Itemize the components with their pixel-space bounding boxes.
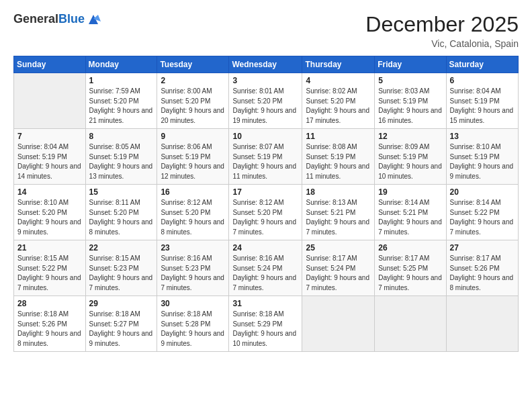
day-info: Sunrise: 8:17 AMSunset: 5:26 PMDaylight:… <box>450 254 515 293</box>
day-number: 17 <box>232 187 298 197</box>
day-header: Thursday <box>302 56 375 73</box>
day-cell: 8Sunrise: 8:05 AMSunset: 5:19 PMDaylight… <box>85 129 157 185</box>
day-cell: 30Sunrise: 8:18 AMSunset: 5:28 PMDayligh… <box>157 296 229 352</box>
day-cell: 31Sunrise: 8:18 AMSunset: 5:29 PMDayligh… <box>229 296 302 352</box>
day-number: 19 <box>378 187 442 197</box>
week-row: 28Sunrise: 8:18 AMSunset: 5:26 PMDayligh… <box>14 296 519 352</box>
day-cell: 28Sunrise: 8:18 AMSunset: 5:26 PMDayligh… <box>14 296 86 352</box>
day-info: Sunrise: 8:08 AMSunset: 5:19 PMDaylight:… <box>306 142 371 181</box>
day-cell: 2Sunrise: 8:00 AMSunset: 5:20 PMDaylight… <box>157 73 229 129</box>
day-info: Sunrise: 8:07 AMSunset: 5:19 PMDaylight:… <box>232 142 298 181</box>
day-info: Sunrise: 8:15 AMSunset: 5:22 PMDaylight:… <box>17 254 82 293</box>
day-cell: 13Sunrise: 8:10 AMSunset: 5:19 PMDayligh… <box>446 129 518 185</box>
day-number: 6 <box>450 76 515 85</box>
day-info: Sunrise: 8:10 AMSunset: 5:19 PMDaylight:… <box>450 142 515 181</box>
day-info: Sunrise: 8:13 AMSunset: 5:21 PMDaylight:… <box>306 198 371 237</box>
day-cell: 15Sunrise: 8:11 AMSunset: 5:20 PMDayligh… <box>85 185 157 240</box>
week-row: 21Sunrise: 8:15 AMSunset: 5:22 PMDayligh… <box>14 240 519 296</box>
day-number: 28 <box>17 299 82 308</box>
day-cell: 20Sunrise: 8:14 AMSunset: 5:22 PMDayligh… <box>446 185 518 240</box>
day-number: 24 <box>232 243 298 253</box>
day-cell <box>14 73 86 129</box>
day-header: Sunday <box>14 56 86 73</box>
location: Vic, Catalonia, Spain <box>365 38 519 49</box>
logo: GeneralBlue <box>13 12 101 27</box>
day-cell: 18Sunrise: 8:13 AMSunset: 5:21 PMDayligh… <box>302 185 375 240</box>
day-info: Sunrise: 8:05 AMSunset: 5:19 PMDaylight:… <box>89 142 154 181</box>
day-cell <box>302 296 375 352</box>
day-number: 18 <box>306 187 371 197</box>
day-info: Sunrise: 8:03 AMSunset: 5:19 PMDaylight:… <box>378 87 442 126</box>
day-cell: 21Sunrise: 8:15 AMSunset: 5:22 PMDayligh… <box>14 240 86 296</box>
day-info: Sunrise: 8:12 AMSunset: 5:20 PMDaylight:… <box>232 198 298 237</box>
day-cell: 19Sunrise: 8:14 AMSunset: 5:21 PMDayligh… <box>375 185 446 240</box>
day-cell: 4Sunrise: 8:02 AMSunset: 5:20 PMDaylight… <box>302 73 375 129</box>
day-cell: 16Sunrise: 8:12 AMSunset: 5:20 PMDayligh… <box>157 185 229 240</box>
day-number: 22 <box>89 243 154 253</box>
header: GeneralBlue December 2025 Vic, Catalonia… <box>13 12 519 49</box>
day-cell <box>375 296 446 352</box>
day-number: 15 <box>89 187 154 197</box>
day-number: 1 <box>89 76 154 85</box>
header-row: SundayMondayTuesdayWednesdayThursdayFrid… <box>14 56 519 73</box>
day-cell: 25Sunrise: 8:17 AMSunset: 5:24 PMDayligh… <box>302 240 375 296</box>
day-info: Sunrise: 8:18 AMSunset: 5:28 PMDaylight:… <box>161 310 225 349</box>
week-row: 1Sunrise: 7:59 AMSunset: 5:20 PMDaylight… <box>14 73 519 129</box>
logo-icon <box>86 12 101 27</box>
day-cell: 5Sunrise: 8:03 AMSunset: 5:19 PMDaylight… <box>375 73 446 129</box>
day-header: Monday <box>85 56 157 73</box>
logo-general: GeneralBlue <box>13 13 85 26</box>
day-number: 13 <box>450 132 515 141</box>
day-header: Saturday <box>446 56 518 73</box>
day-info: Sunrise: 8:15 AMSunset: 5:23 PMDaylight:… <box>89 254 154 293</box>
week-row: 7Sunrise: 8:04 AMSunset: 5:19 PMDaylight… <box>14 129 519 185</box>
day-info: Sunrise: 7:59 AMSunset: 5:20 PMDaylight:… <box>89 87 154 126</box>
day-info: Sunrise: 8:00 AMSunset: 5:20 PMDaylight:… <box>161 87 225 126</box>
day-number: 9 <box>161 132 225 141</box>
day-cell: 7Sunrise: 8:04 AMSunset: 5:19 PMDaylight… <box>14 129 86 185</box>
day-cell: 24Sunrise: 8:16 AMSunset: 5:24 PMDayligh… <box>229 240 302 296</box>
day-number: 29 <box>89 299 154 308</box>
month-title: December 2025 <box>365 12 519 37</box>
day-cell: 23Sunrise: 8:16 AMSunset: 5:23 PMDayligh… <box>157 240 229 296</box>
day-header: Friday <box>375 56 446 73</box>
day-cell: 1Sunrise: 7:59 AMSunset: 5:20 PMDaylight… <box>85 73 157 129</box>
day-info: Sunrise: 8:10 AMSunset: 5:20 PMDaylight:… <box>17 198 82 237</box>
day-info: Sunrise: 8:04 AMSunset: 5:19 PMDaylight:… <box>17 142 82 181</box>
day-info: Sunrise: 8:14 AMSunset: 5:22 PMDaylight:… <box>450 198 515 237</box>
day-info: Sunrise: 8:17 AMSunset: 5:24 PMDaylight:… <box>306 254 371 293</box>
day-number: 10 <box>232 132 298 141</box>
day-number: 23 <box>161 243 225 253</box>
day-info: Sunrise: 8:02 AMSunset: 5:20 PMDaylight:… <box>306 87 371 126</box>
day-info: Sunrise: 8:01 AMSunset: 5:20 PMDaylight:… <box>232 87 298 126</box>
day-number: 5 <box>378 76 442 85</box>
day-cell: 3Sunrise: 8:01 AMSunset: 5:20 PMDaylight… <box>229 73 302 129</box>
day-number: 11 <box>306 132 371 141</box>
day-cell <box>446 296 518 352</box>
day-cell: 9Sunrise: 8:06 AMSunset: 5:19 PMDaylight… <box>157 129 229 185</box>
day-info: Sunrise: 8:12 AMSunset: 5:20 PMDaylight:… <box>161 198 225 237</box>
day-number: 25 <box>306 243 371 253</box>
day-number: 12 <box>378 132 442 141</box>
day-cell: 26Sunrise: 8:17 AMSunset: 5:25 PMDayligh… <box>375 240 446 296</box>
day-cell: 6Sunrise: 8:04 AMSunset: 5:19 PMDaylight… <box>446 73 518 129</box>
day-info: Sunrise: 8:18 AMSunset: 5:29 PMDaylight:… <box>232 310 298 349</box>
day-cell: 14Sunrise: 8:10 AMSunset: 5:20 PMDayligh… <box>14 185 86 240</box>
day-number: 16 <box>161 187 225 197</box>
day-info: Sunrise: 8:04 AMSunset: 5:19 PMDaylight:… <box>450 87 515 126</box>
day-number: 26 <box>378 243 442 253</box>
day-info: Sunrise: 8:16 AMSunset: 5:23 PMDaylight:… <box>161 254 225 293</box>
calendar-table: SundayMondayTuesdayWednesdayThursdayFrid… <box>13 56 519 352</box>
day-number: 21 <box>17 243 82 253</box>
day-info: Sunrise: 8:18 AMSunset: 5:26 PMDaylight:… <box>17 310 82 349</box>
day-cell: 11Sunrise: 8:08 AMSunset: 5:19 PMDayligh… <box>302 129 375 185</box>
day-cell: 12Sunrise: 8:09 AMSunset: 5:19 PMDayligh… <box>375 129 446 185</box>
day-number: 14 <box>17 187 82 197</box>
day-cell: 29Sunrise: 8:18 AMSunset: 5:27 PMDayligh… <box>85 296 157 352</box>
day-cell: 27Sunrise: 8:17 AMSunset: 5:26 PMDayligh… <box>446 240 518 296</box>
week-row: 14Sunrise: 8:10 AMSunset: 5:20 PMDayligh… <box>14 185 519 240</box>
day-number: 31 <box>232 299 298 308</box>
title-block: December 2025 Vic, Catalonia, Spain <box>365 12 519 49</box>
day-info: Sunrise: 8:06 AMSunset: 5:19 PMDaylight:… <box>161 142 225 181</box>
day-number: 2 <box>161 76 225 85</box>
